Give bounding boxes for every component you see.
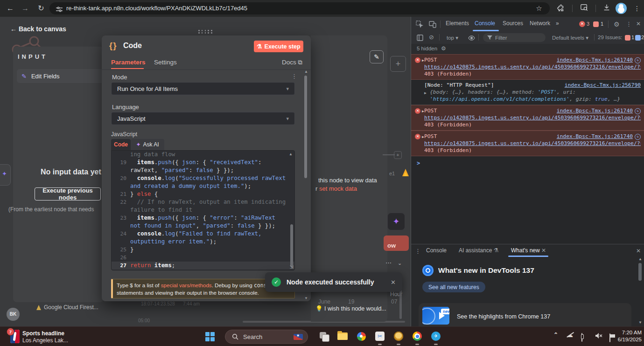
- mode-select[interactable]: Run Once for All Items▾: [111, 82, 295, 95]
- tab-search-icon[interactable]: [580, 3, 588, 14]
- code-line[interactable]: 23 items.push({ json: { "error": "aiRawT…: [112, 214, 294, 230]
- extensions-icon[interactable]: [557, 3, 565, 14]
- error-count-icon[interactable]: ✕: [579, 21, 585, 27]
- issue-badge-icon[interactable]: [593, 21, 599, 27]
- clock[interactable]: 7:20 AM 6/19/2025: [604, 329, 642, 343]
- drawer-tab-ai[interactable]: AI assistance ⚗: [459, 247, 498, 254]
- profile-avatar[interactable]: [616, 3, 627, 14]
- code-line[interactable]: 26: [112, 254, 294, 262]
- drawer-tab-whats-new[interactable]: What's new ✕: [511, 247, 546, 254]
- yellow-app-button[interactable]: [393, 331, 404, 342]
- tab-parameters[interactable]: Parameters: [111, 59, 146, 66]
- code-line[interactable]: 20 console.log("Successfully processed r…: [112, 174, 294, 190]
- drawer-tab-console[interactable]: Console: [426, 247, 447, 254]
- connector-add-icon[interactable]: +: [394, 151, 402, 159]
- issues-label[interactable]: 29 Issues:: [598, 35, 622, 40]
- hidden-settings-icon[interactable]: ⚙: [441, 45, 446, 52]
- expand-triangle-icon[interactable]: ▶: [422, 57, 424, 64]
- forward-icon[interactable]: →: [21, 4, 30, 13]
- drawer-scrollbar-thumb[interactable]: [638, 263, 642, 281]
- toast-close-icon[interactable]: ✕: [391, 279, 396, 286]
- editor-tab-code[interactable]: Code: [111, 139, 131, 150]
- inspect-element-icon[interactable]: [416, 21, 423, 30]
- drawer-scroll-up-icon[interactable]: ▲: [638, 257, 642, 261]
- devtools-settings-icon[interactable]: ⚙: [614, 21, 620, 28]
- code-line[interactable]: 22 // If no rawText, output an item indi…: [112, 198, 294, 214]
- context-selector[interactable]: top ▾: [447, 35, 458, 41]
- canvas-add-node-button[interactable]: +: [390, 56, 406, 72]
- tab-settings[interactable]: Settings: [154, 59, 177, 66]
- tab-network[interactable]: Network: [530, 20, 550, 27]
- source-link[interactable]: index-Bpsc-Tmx.js:261740: [557, 57, 633, 63]
- chrome-button[interactable]: [412, 331, 423, 342]
- taskbar-search[interactable]: Search: [225, 330, 308, 344]
- more-tabs-icon[interactable]: »: [556, 20, 559, 27]
- editor-scroll-up-icon[interactable]: ▲: [289, 152, 293, 156]
- download-icon[interactable]: [602, 3, 611, 14]
- request-url-link[interactable]: https://o1420875.ingest.us.sentry.io/api…: [424, 115, 641, 121]
- tab-close-icon[interactable]: ✕: [541, 247, 546, 254]
- photos-app-button[interactable]: [356, 331, 367, 342]
- tab-console[interactable]: Console: [475, 20, 495, 27]
- drawer-close-icon[interactable]: ✕: [636, 248, 641, 254]
- request-url-link[interactable]: https://o1420875.ingest.us.sentry.io/api…: [424, 64, 641, 70]
- edit-output-button[interactable]: ✎: [370, 50, 384, 63]
- device-toolbar-icon[interactable]: [429, 21, 436, 30]
- devtools-close-icon[interactable]: ✕: [636, 21, 641, 27]
- dialog-scroll-down-icon[interactable]: ▼: [304, 297, 308, 300]
- file-explorer-button[interactable]: [337, 331, 348, 342]
- browser-menu-icon[interactable]: ⋮: [632, 4, 642, 13]
- expand-triangle-icon[interactable]: ▶: [422, 133, 424, 140]
- dock-side-icon[interactable]: [417, 35, 423, 43]
- dialog-scrollbar[interactable]: ▲ ▼: [304, 71, 308, 298]
- start-button[interactable]: [205, 332, 215, 341]
- drawer-menu-icon[interactable]: ⋮: [415, 248, 421, 255]
- request-url-link[interactable]: https://o1420875.ingest.us.sentry.io/api…: [424, 140, 641, 146]
- similar-messages-icon[interactable]: ↻: [635, 108, 641, 114]
- editor-tab-ask-ai[interactable]: ✦Ask AI: [131, 139, 164, 150]
- expand-triangle-icon[interactable]: ▶: [424, 90, 427, 97]
- execute-step-button[interactable]: ⚗Execute step: [254, 41, 303, 52]
- see-all-features-button[interactable]: See all new features: [422, 282, 485, 292]
- reload-icon[interactable]: ↻: [36, 4, 46, 13]
- onedrive-icon[interactable]: ☁: [567, 331, 573, 339]
- dialog-scroll-up-icon[interactable]: ▲: [304, 70, 308, 74]
- user-avatar[interactable]: BK: [7, 308, 20, 321]
- display-cast-icon[interactable]: [581, 333, 582, 342]
- tab-elements[interactable]: Elements: [446, 20, 469, 27]
- live-expression-eye-icon[interactable]: [468, 35, 475, 43]
- dialog-scrollbar-thumb[interactable]: [304, 76, 307, 178]
- console-filter-input[interactable]: Filter: [483, 33, 546, 42]
- highlights-card[interactable]: new See the highlights from Chrome 137: [419, 303, 631, 326]
- address-bar[interactable]: re-think-tank.app.n8n.cloud/workflow/PXA…: [49, 2, 550, 14]
- set-mock-data-link[interactable]: set mock data: [319, 185, 357, 192]
- source-link[interactable]: index-Bpsc-Tmx.js:256790: [565, 82, 641, 88]
- snipping-tool-button[interactable]: ✂: [374, 331, 385, 342]
- volume-muted-icon[interactable]: [595, 332, 603, 341]
- code-line[interactable]: 24 console.log("Failed to find rawText, …: [112, 230, 294, 246]
- ai-assistant-button[interactable]: ✦: [387, 213, 405, 230]
- language-select[interactable]: JavaScript▾: [111, 112, 295, 125]
- dialog-drag-handle[interactable]: [198, 30, 213, 34]
- source-link[interactable]: index-Bpsc-Tmx.js:261740: [557, 108, 633, 114]
- code-editor[interactable]: ing data flow19 items.push({ json: { "re…: [111, 150, 295, 270]
- input-collapse-tab[interactable]: ✦: [0, 164, 11, 186]
- site-info-icon[interactable]: [56, 6, 63, 14]
- similar-messages-icon[interactable]: ↻: [635, 57, 641, 63]
- console-prompt[interactable]: >: [411, 156, 644, 166]
- bookmark-star-icon[interactable]: ☆: [534, 4, 544, 13]
- code-line[interactable]: 27return items;: [112, 262, 294, 270]
- drawer-scroll-down-icon[interactable]: ▼: [638, 321, 642, 325]
- overflow-dots-icon[interactable]: ⋯: [385, 259, 392, 266]
- editor-resize-handle-icon[interactable]: ⇲: [290, 264, 294, 270]
- code-line[interactable]: 25}: [112, 246, 294, 254]
- code-line[interactable]: ing data flow: [112, 151, 294, 159]
- execute-previous-nodes-button[interactable]: Execute previous nodes: [35, 187, 101, 201]
- wish-feedback-link[interactable]: 💡 I wish this node would...: [315, 305, 386, 312]
- telegram-button[interactable]: ✈: [430, 331, 441, 342]
- scroll-down-chevron-icon[interactable]: ⌄: [398, 260, 402, 266]
- devtools-menu-icon[interactable]: ⋮: [626, 21, 632, 28]
- tab-sources[interactable]: Sources: [503, 20, 523, 27]
- source-link[interactable]: index-Bpsc-Tmx.js:261740: [557, 133, 633, 139]
- clear-console-icon[interactable]: ⊘: [429, 34, 434, 41]
